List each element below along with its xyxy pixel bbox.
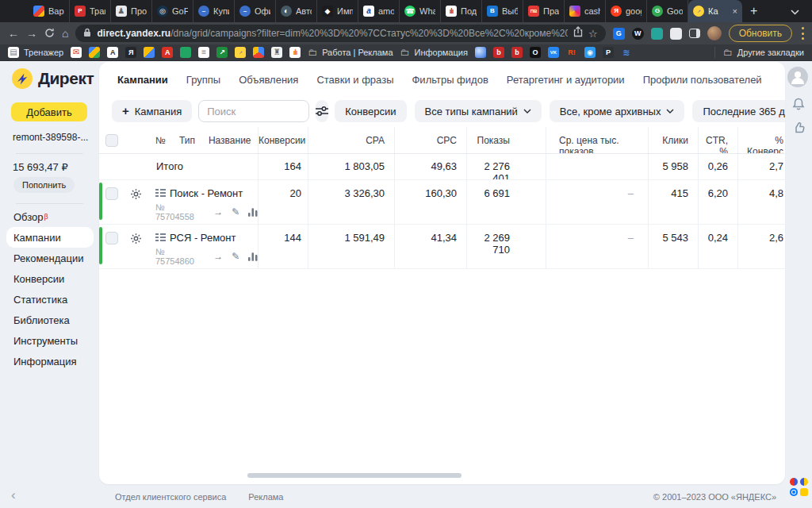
- col-conv-rate[interactable]: % Конверс: [737, 127, 785, 153]
- address-bar[interactable]: direct.yandex.ru/dna/grid/campaigns?filt…: [75, 25, 605, 42]
- goto-arrow-icon[interactable]: →: [213, 206, 223, 217]
- bookmark-folder-work[interactable]: 🗀Работа | Реклама: [308, 47, 393, 58]
- home-icon[interactable]: ⌂: [62, 28, 68, 39]
- sidebar-item-overview[interactable]: Обзорβ: [0, 206, 94, 227]
- tab-list-chevron-icon[interactable]: [791, 4, 799, 18]
- extensions-puzzle-icon[interactable]: [670, 28, 682, 40]
- tab-ads[interactable]: Объявления: [239, 74, 298, 86]
- support-link[interactable]: Отдел клиентского сервиса: [115, 492, 226, 502]
- promo-icons[interactable]: [790, 478, 808, 496]
- direct-logo[interactable]: Директ: [12, 68, 94, 89]
- sidebar-item-information[interactable]: Информация: [0, 351, 94, 371]
- bookmark-site[interactable]: ≋: [621, 47, 632, 58]
- bookmark-site[interactable]: ♜: [271, 47, 282, 58]
- browser-tab[interactable]: ВВыбер: [482, 0, 523, 22]
- add-button[interactable]: Добавить: [11, 102, 87, 121]
- bookmark-site[interactable]: ılı: [289, 47, 301, 58]
- profile-avatar[interactable]: [707, 26, 722, 40]
- feedback-thumb-icon[interactable]: [792, 121, 806, 138]
- account-login[interactable]: remont-389598-...: [13, 132, 88, 143]
- tab-campaigns[interactable]: Кампании: [117, 74, 168, 86]
- browser-tab[interactable]: ПВПрави: [523, 0, 565, 22]
- bookmark-metrica[interactable]: ↗: [216, 47, 228, 58]
- new-tab-button[interactable]: +: [750, 4, 757, 18]
- browser-tab[interactable]: –Купит: [193, 0, 235, 22]
- browser-tab[interactable]: ılıПодбо: [441, 0, 482, 22]
- browser-tab[interactable]: ◆Импор: [317, 0, 358, 22]
- browser-tab[interactable]: Вариа: [29, 0, 70, 22]
- bookmark-site[interactable]: b: [511, 47, 523, 58]
- tab-user-profiles[interactable]: Профили пользователей: [643, 74, 762, 86]
- puzzle-extension-icon[interactable]: [651, 28, 663, 40]
- col-conversions[interactable]: Конверсии: [258, 127, 308, 153]
- bookmark-yandex[interactable]: Я: [125, 47, 136, 58]
- goto-arrow-icon[interactable]: →: [213, 251, 223, 262]
- col-number[interactable]: №: [155, 135, 166, 153]
- sidebar-item-recommendations[interactable]: Рекомендации: [0, 248, 94, 268]
- other-bookmarks[interactable]: 🗀Другие закладки: [714, 47, 804, 58]
- bookmark-gmail[interactable]: ✉: [71, 47, 82, 58]
- edit-pencil-icon[interactable]: ✎: [232, 206, 239, 217]
- browser-tab[interactable]: GGoogle: [647, 0, 688, 22]
- browser-tab[interactable]: ◐Автор: [276, 0, 317, 22]
- bookmark-drive[interactable]: [89, 47, 100, 58]
- col-cpc[interactable]: CPC: [394, 127, 466, 153]
- bookmark-site[interactable]: R!: [566, 47, 577, 58]
- campaign-settings-gear-icon[interactable]: [130, 233, 142, 244]
- browser-tab[interactable]: РТранс: [70, 0, 111, 22]
- browser-tab[interactable]: ♟Проф: [111, 0, 152, 22]
- period-dropdown[interactable]: Последние 365 дней: [692, 100, 785, 122]
- sidebar-collapse-chevron[interactable]: ‹: [11, 487, 16, 503]
- extension-icon[interactable]: W: [632, 28, 644, 40]
- bookmark-site[interactable]: P: [603, 47, 614, 58]
- sidebar-item-tools[interactable]: Инструменты: [0, 330, 94, 351]
- ads-link[interactable]: Реклама: [248, 492, 283, 502]
- bookmark-trainer[interactable]: ▤Тренажер: [8, 47, 63, 58]
- reload-icon[interactable]: [44, 28, 55, 40]
- campaign-type-dropdown[interactable]: Все типы кампаний: [415, 100, 542, 122]
- side-panel-icon[interactable]: [689, 29, 700, 38]
- user-avatar[interactable]: [787, 67, 808, 90]
- row-checkbox[interactable]: [105, 232, 118, 244]
- sidebar-item-campaigns[interactable]: Кампании: [6, 227, 94, 248]
- browser-tab[interactable]: aamoC: [358, 0, 400, 22]
- tab-bids-phrases[interactable]: Ставки и фразы: [316, 74, 393, 86]
- bookmark-star-icon[interactable]: ☆: [588, 28, 598, 40]
- bookmark-site[interactable]: [180, 47, 191, 58]
- close-tab-icon[interactable]: ×: [733, 6, 737, 16]
- bookmark-site[interactable]: O: [530, 47, 541, 58]
- update-browser-button[interactable]: Обновить: [729, 25, 792, 42]
- bookmark-vk[interactable]: VK: [548, 47, 559, 58]
- horizontal-scrollbar[interactable]: [247, 473, 462, 478]
- share-icon[interactable]: [573, 26, 583, 40]
- browser-tab[interactable]: Яgoogle: [606, 0, 647, 22]
- search-input[interactable]: [198, 100, 309, 122]
- topup-button[interactable]: Пополнить: [13, 177, 75, 193]
- notifications-bell-icon[interactable]: [791, 97, 806, 114]
- col-avg-cpm[interactable]: Ср. цена тыс. показов,: [546, 127, 648, 153]
- browser-tab[interactable]: –Офис: [235, 0, 276, 22]
- bookmark-site[interactable]: ≡: [198, 47, 209, 58]
- campaign-name-link[interactable]: РСЯ - Ремонт: [170, 232, 236, 244]
- bookmark-folder-info[interactable]: 🗀Информация: [400, 47, 468, 58]
- bookmark-site[interactable]: b: [493, 47, 504, 58]
- browser-tab[interactable]: ☎Whats: [400, 0, 441, 22]
- bookmark-direct[interactable]: →: [235, 47, 246, 58]
- row-checkbox[interactable]: [105, 187, 118, 200]
- bookmark-google-ads[interactable]: [144, 47, 155, 58]
- campaign-name-link[interactable]: Поиск - Ремонт: [170, 187, 243, 199]
- tab-feed-filters[interactable]: Фильтры фидов: [412, 74, 488, 86]
- select-all-checkbox[interactable]: [105, 134, 118, 147]
- col-ctr[interactable]: CTR, %: [698, 127, 737, 153]
- col-type[interactable]: Тип: [179, 135, 195, 153]
- col-cpa[interactable]: CPA: [308, 127, 394, 153]
- forward-icon[interactable]: →: [26, 28, 37, 39]
- translate-extension-icon[interactable]: G: [613, 28, 625, 40]
- bookmark-site[interactable]: [253, 47, 264, 58]
- filter-settings-button[interactable]: [316, 100, 328, 122]
- sidebar-item-library[interactable]: Библиотека: [0, 310, 94, 330]
- browser-menu-icon[interactable]: [801, 27, 804, 40]
- bookmark-site[interactable]: ◉: [584, 47, 596, 58]
- campaign-settings-gear-icon[interactable]: [130, 188, 142, 200]
- tab-groups[interactable]: Группы: [186, 74, 220, 86]
